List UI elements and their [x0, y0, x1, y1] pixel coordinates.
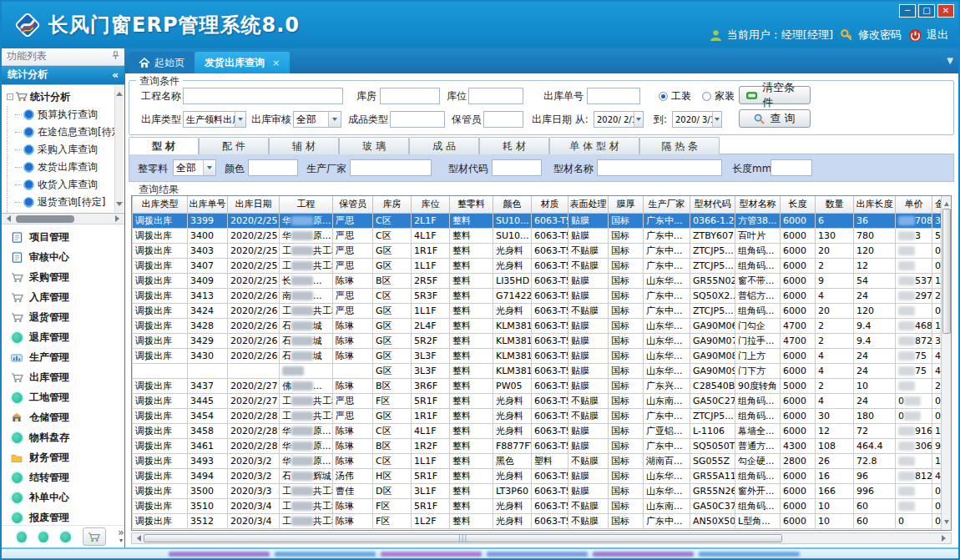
sidebar-item-审核中心[interactable]: 审核中心: [2, 247, 124, 267]
radio-gongzhuang[interactable]: 工装: [659, 88, 691, 104]
maximize-button[interactable]: □: [918, 4, 935, 18]
order-no-input[interactable]: [587, 88, 640, 104]
scroll-left-icon[interactable]: [3, 215, 11, 222]
sidebar-item-退货管理[interactable]: 退货管理: [2, 307, 124, 327]
outbound-type-select[interactable]: 生产领料出库: [183, 111, 246, 128]
expand-more-button[interactable]: »▾: [118, 528, 124, 545]
product-type-input[interactable]: [390, 111, 445, 128]
column-header[interactable]: 库房: [373, 196, 412, 213]
column-header[interactable]: 表面处理: [568, 196, 609, 213]
tab-close-icon[interactable]: ×: [272, 58, 280, 68]
manufacturer-input[interactable]: [350, 159, 432, 176]
date-to-picker[interactable]: 2020/ 3/16: [672, 111, 722, 128]
logout-button[interactable]: 退出: [908, 28, 948, 43]
keeper-input[interactable]: [483, 111, 523, 128]
material-tab-辅材[interactable]: 辅 材: [269, 137, 339, 154]
dot-icon[interactable]: [60, 532, 70, 542]
column-header[interactable]: 单价: [896, 196, 932, 213]
date-from-picker[interactable]: 2020/ 2/16: [594, 111, 644, 128]
table-row[interactable]: 调拨出库34932020/3/2华原...陈琳C区1L1F整料黑色塑料不贴膜国标…: [133, 453, 947, 468]
location-input[interactable]: [468, 88, 523, 104]
table-vertical-scrollbar[interactable]: [941, 196, 951, 530]
warehouse-input[interactable]: [380, 88, 440, 104]
tree-item[interactable]: 退货查询[待定]: [7, 194, 114, 211]
table-row[interactable]: 调拨出库35002020/3/3工共工程曹佳D区3L1F整料LT3P606063…: [133, 483, 947, 498]
tree-item[interactable]: 预算执行查询: [7, 106, 114, 124]
scrollbar-thumb[interactable]: [16, 215, 74, 223]
sidebar-item-入库管理[interactable]: 入库管理: [2, 287, 124, 307]
tab-shipping-outbound-query[interactable]: 发货出库查询 ×: [195, 52, 290, 73]
tree-item[interactable]: 收货入库查询: [7, 176, 114, 194]
column-header[interactable]: 长度: [781, 196, 816, 213]
sidebar-item-物料盘存[interactable]: 物料盘存: [2, 427, 124, 447]
table-row[interactable]: 调拨出库34002020/2/25华原...严思C区4L1F整料SU10...6…: [133, 228, 947, 243]
scroll-up-icon[interactable]: [944, 199, 949, 206]
scroll-right-icon[interactable]: [942, 535, 949, 542]
table-row[interactable]: 调拨出库34542020/2/28工共工程严思G区1R1F整料光身料6063-T…: [133, 408, 947, 423]
tab-list-caret-icon[interactable]: ▼: [947, 56, 953, 65]
audit-select[interactable]: 全部: [293, 111, 341, 128]
stats-group-header[interactable]: 统计分析 «: [2, 66, 124, 84]
column-header[interactable]: 保管员: [333, 196, 373, 213]
material-tab-单体型材[interactable]: 单 体 型 材: [549, 137, 639, 154]
tab-home[interactable]: 起始页: [129, 52, 195, 73]
material-tab-型材[interactable]: 型 材: [129, 137, 199, 154]
column-header[interactable]: 出库单号: [188, 196, 228, 213]
column-header[interactable]: 材质: [532, 196, 568, 213]
table-row[interactable]: 调拨出库34612020/2/28华原...陈琳B区1R2F整料F8877FT6…: [133, 438, 947, 453]
sidebar-item-仓储管理[interactable]: 仓储管理: [2, 407, 124, 427]
tree-root[interactable]: - 统计分析: [7, 88, 114, 106]
material-tab-耗材[interactable]: 耗 材: [479, 137, 549, 154]
clear-conditions-button[interactable]: 清空条件: [739, 86, 811, 104]
tree-item[interactable]: 在途信息查询[待定]: [7, 124, 114, 141]
table-row[interactable]: 调拨出库34372020/2/27佛...陈琳B区3R6F整料PW056063-…: [133, 378, 947, 393]
column-header[interactable]: 数量: [816, 196, 854, 213]
column-header[interactable]: 膜厚: [609, 196, 644, 213]
change-password-button[interactable]: 修改密码: [840, 28, 902, 43]
column-header[interactable]: 出库类型: [133, 196, 188, 213]
scrollbar-thumb[interactable]: [942, 209, 951, 334]
sidebar-item-退库管理[interactable]: 退库管理: [2, 327, 124, 347]
material-tab-玻璃[interactable]: 玻 璃: [339, 137, 409, 154]
close-button[interactable]: ✕: [937, 4, 954, 18]
table-row[interactable]: 调拨出库34032020/2/25工共工程严思G区1R1F整料光身料6063-T…: [133, 243, 947, 258]
sidebar-item-工地管理[interactable]: 工地管理: [2, 387, 124, 407]
pin-icon[interactable]: [112, 51, 119, 63]
table-row[interactable]: 调拨出库34282020/2/26石城陈琳G区2L4F整料KLM38176063…: [133, 318, 947, 333]
table-horizontal-scrollbar[interactable]: |||: [131, 532, 952, 544]
column-header[interactable]: 库位: [412, 196, 450, 213]
sidebar-item-项目管理[interactable]: 项目管理: [2, 227, 124, 247]
length-input[interactable]: [771, 159, 812, 176]
whole-part-select[interactable]: 全部: [173, 159, 216, 176]
column-header[interactable]: 型材代码: [690, 196, 735, 213]
material-tab-成品[interactable]: 成 品: [409, 137, 479, 154]
table-row[interactable]: 调拨出库34942020/3/2石辉城汤伟H区5R1F整料光身料6063-T5贴…: [133, 468, 947, 483]
dot-icon[interactable]: [38, 532, 48, 542]
table-row[interactable]: 调拨出库34292020/2/26石城陈琳G区5R2F整料KLM38176063…: [133, 333, 947, 348]
tree-item[interactable]: 退库管理[待定]: [7, 211, 114, 214]
collapse-icon[interactable]: «: [112, 69, 119, 81]
material-tab-隔热条[interactable]: 隔 热 条: [639, 137, 720, 154]
table-row[interactable]: 调拨出库34302020/2/26石城陈琳G区3L3F整料KLM38176063…: [133, 348, 947, 363]
sidebar-item-报废管理[interactable]: 报废管理: [2, 507, 124, 525]
column-header[interactable]: 整零料: [450, 196, 493, 213]
column-header[interactable]: 出库长度: [854, 196, 896, 213]
scroll-left-icon[interactable]: [134, 535, 141, 542]
tree-item[interactable]: 采购入库查询: [7, 141, 114, 159]
table-row[interactable]: 调拨出库34242020/2/26工共工程严思G区1L1F整料光身料6063-T…: [133, 303, 947, 318]
sidebar-item-生产管理[interactable]: 生产管理: [2, 347, 124, 367]
cart-shortcut-button[interactable]: [83, 527, 106, 546]
project-name-input[interactable]: [183, 88, 343, 104]
sidebar-item-结转管理[interactable]: 结转管理: [2, 467, 124, 487]
scroll-down-icon[interactable]: [944, 520, 949, 527]
table-row[interactable]: 调拨出库35122020/3/4工共工程陈琳F区1L2F整料光身料6063-T5…: [133, 513, 947, 528]
tree-item[interactable]: 发货出库查询: [7, 159, 114, 176]
tree-horizontal-scrollbar[interactable]: [2, 214, 124, 225]
sidebar-item-补单中心[interactable]: 补单中心: [2, 487, 124, 507]
table-row[interactable]: G区3L3F整料KLM38176063-T5贴膜国标山东华...GA90M09.…: [133, 363, 947, 378]
table-row[interactable]: 调拨出库35102020/3/4工共工程陈琳F区5R1F整料光身料6063-T5…: [133, 498, 947, 513]
profile-code-input[interactable]: [492, 159, 542, 176]
scroll-up-icon[interactable]: [116, 88, 123, 96]
scroll-right-icon[interactable]: [115, 215, 123, 222]
column-header[interactable]: 工程: [280, 196, 333, 213]
